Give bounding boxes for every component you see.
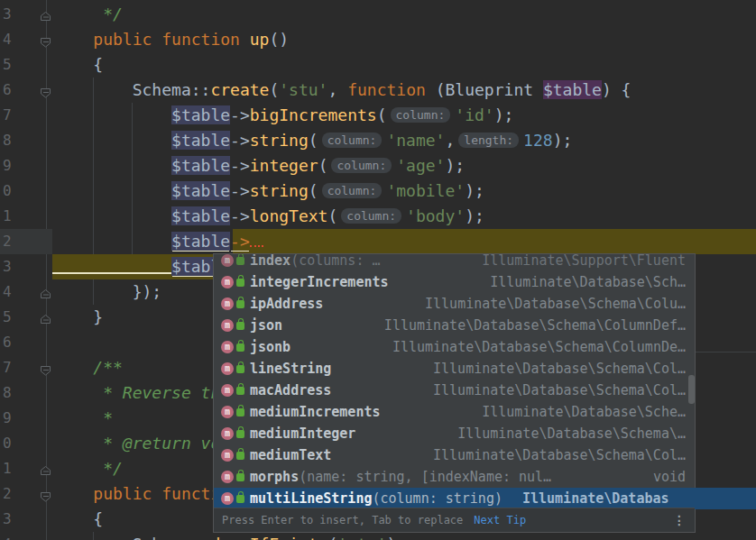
line-number: 0 xyxy=(3,431,21,456)
code-token: ); xyxy=(386,535,406,540)
autocomplete-popup: mindex(columns: …Illuminate\Support\Flue… xyxy=(213,253,696,533)
completion-item-type: Illuminate\Database\Schema\Colu… xyxy=(425,293,686,315)
fold-marker-end[interactable] xyxy=(40,312,51,324)
method-icon: m xyxy=(221,406,234,418)
fold-marker-start[interactable] xyxy=(40,34,51,46)
code-token: ( xyxy=(327,535,337,540)
code-line[interactable]: Schema::create('stu', function (Blueprin… xyxy=(54,78,631,103)
method-icon: m xyxy=(221,341,234,353)
code-token: */ xyxy=(54,459,123,478)
line-number: 4 xyxy=(3,27,21,52)
code-line[interactable]: } xyxy=(54,305,103,330)
code-line[interactable]: $table->longText(column:'body'); xyxy=(54,204,484,229)
method-icon: m xyxy=(221,427,234,440)
line-number: 2 xyxy=(3,481,21,507)
code-token: ( xyxy=(318,156,328,175)
code-token: ( xyxy=(377,105,387,124)
code-line[interactable]: /** xyxy=(54,355,123,380)
code-line[interactable]: $table->string(column:'mobile'); xyxy=(54,178,484,204)
fold-marker-start[interactable] xyxy=(40,85,51,96)
completion-item[interactable]: mipAddressIlluminate\Database\Schema\Col… xyxy=(214,293,695,315)
code-token: $table xyxy=(171,181,230,200)
code-token: /** xyxy=(54,358,123,377)
code-line[interactable]: $table xyxy=(54,254,230,279)
code-token: $table xyxy=(543,80,602,99)
visibility-lock-icon xyxy=(236,279,244,287)
completion-item-name: mediumInteger xyxy=(250,423,355,444)
code-token: -> xyxy=(230,131,250,150)
code-token: ) { xyxy=(602,80,632,99)
completion-item-signature: (columns: … xyxy=(290,254,380,269)
code-line[interactable]: }); xyxy=(54,279,161,305)
fold-marker-end[interactable] xyxy=(40,9,51,21)
fold-arrow-icon xyxy=(40,87,51,98)
line-number: 3 xyxy=(3,507,21,532)
code-token: 'age' xyxy=(396,156,445,175)
completion-item-type: Illuminate\Database\Schema\Col… xyxy=(433,444,686,466)
line-number: 3 xyxy=(3,254,21,279)
fold-marker-start[interactable] xyxy=(40,489,51,500)
code-token: ( xyxy=(309,181,318,200)
code-token: { xyxy=(54,55,103,74)
code-token: (Blueprint xyxy=(426,80,543,99)
popup-menu-kebab-icon[interactable]: ⋮ xyxy=(673,508,686,533)
code-token: ( xyxy=(327,206,337,225)
code-token: dropIfExists xyxy=(210,535,327,540)
completion-item[interactable]: mjsonIlluminate\Database\Schema\ColumnDe… xyxy=(214,315,695,336)
completion-item[interactable]: mmorphs(name: string, [indexName: nul…vo… xyxy=(214,466,695,488)
completion-item[interactable]: mindex(columns: …Illuminate\Support\Flue… xyxy=(214,254,695,271)
code-line[interactable]: { xyxy=(54,507,103,532)
code-line[interactable]: $table->integer(column:'age'); xyxy=(54,153,465,178)
completion-item-name: mediumIncrements xyxy=(250,401,381,423)
fold-arrow-icon xyxy=(40,465,51,477)
completion-item[interactable]: mmediumIntegerIlluminate\Database\Schema… xyxy=(214,423,695,444)
line-number: 1 xyxy=(3,204,21,229)
method-icon: m xyxy=(221,449,234,462)
method-icon: m xyxy=(221,492,234,505)
code-line[interactable]: $table->bigIncrements(column:'id'); xyxy=(54,103,513,128)
code-token: -> xyxy=(230,156,250,175)
code-line[interactable]: Schema::dropIfExists('stu'); xyxy=(54,532,406,540)
fold-marker-start[interactable] xyxy=(40,362,51,374)
code-line[interactable]: { xyxy=(54,52,103,78)
code-line[interactable]: $table-> xyxy=(54,229,263,254)
fold-marker-end[interactable] xyxy=(40,463,51,475)
hint-message: Press Enter to insert, Tab to replace xyxy=(222,514,463,526)
code-line[interactable]: */ xyxy=(54,456,123,481)
line-number: 2 xyxy=(3,229,21,254)
completion-item[interactable]: mmediumTextIlluminate\Database\Schema\Co… xyxy=(214,444,695,466)
parameter-hint: column: xyxy=(391,107,451,123)
next-tip-link[interactable]: Next Tip xyxy=(474,514,526,526)
completion-item-type: Illuminate\Databas xyxy=(522,490,669,507)
visibility-lock-icon xyxy=(236,343,244,352)
editor-pane[interactable]: 3456789012345678901234 */ public functio… xyxy=(0,0,756,540)
error-squiggle xyxy=(250,234,263,247)
line-number: 4 xyxy=(3,279,21,305)
line-number: 6 xyxy=(3,78,21,103)
fold-arrow-icon xyxy=(40,364,51,376)
code-token: 'name' xyxy=(386,131,445,150)
completion-item[interactable]: mmediumIncrementsIlluminate\Database\Sch… xyxy=(214,401,695,423)
completion-item[interactable]: mjsonbIlluminate\Database\Schema\ColumnD… xyxy=(214,336,695,358)
completion-item[interactable]: mmultiLineString(column: string)Illumina… xyxy=(214,488,756,509)
code-line[interactable]: $table->string(column:'name',length:128)… xyxy=(54,128,572,153)
completion-item-name: index(columns: … xyxy=(250,254,381,271)
code-token: longText xyxy=(250,206,328,225)
code-line[interactable]: * xyxy=(54,406,113,431)
popup-scrollbar-thumb[interactable] xyxy=(688,375,695,404)
code-token: { xyxy=(54,509,103,528)
method-icon: m xyxy=(221,276,234,288)
code-line[interactable]: public function up() xyxy=(54,27,289,52)
code-token: ); xyxy=(494,105,514,124)
code-token: Schema:: xyxy=(54,535,210,540)
completion-item-type: Illuminate\Database\Schema\ColumnDef… xyxy=(384,315,686,336)
fold-marker-end[interactable] xyxy=(40,287,51,298)
code-token: string xyxy=(250,131,309,150)
completion-item-type: Illuminate\Database\Schema\ColumnDe… xyxy=(392,336,686,358)
parameter-hint: length: xyxy=(458,133,519,148)
visibility-lock-icon xyxy=(236,430,244,438)
code-line[interactable]: */ xyxy=(54,2,123,27)
completion-item[interactable]: mintegerIncrementsIlluminate\Database\Sc… xyxy=(214,271,695,293)
completion-item[interactable]: mmacAddressIlluminate\Database\Schema\Co… xyxy=(214,380,695,401)
completion-item[interactable]: mlineStringIlluminate\Database\Schema\Co… xyxy=(214,358,695,380)
